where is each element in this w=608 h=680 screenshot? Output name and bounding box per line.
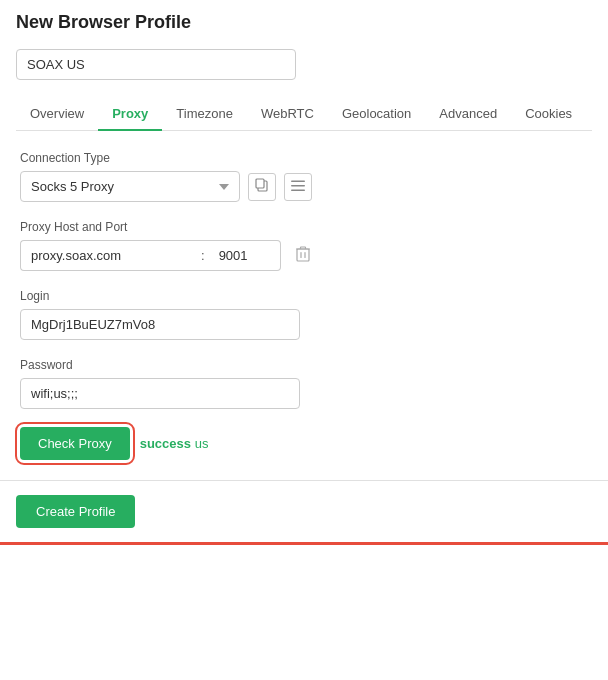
check-proxy-button[interactable]: Check Proxy xyxy=(20,427,130,460)
svg-rect-2 xyxy=(291,180,305,182)
connection-type-row: No Proxy HTTP Proxy HTTPS Proxy Socks 4 … xyxy=(20,171,588,202)
tab-timezone[interactable]: Timezone xyxy=(162,98,247,131)
list-icon-btn[interactable] xyxy=(284,173,312,201)
login-input[interactable] xyxy=(20,309,300,340)
password-label: Password xyxy=(20,358,588,372)
tab-overview[interactable]: Overview xyxy=(16,98,98,131)
page-title: New Browser Profile xyxy=(16,12,592,33)
svg-rect-3 xyxy=(291,185,305,187)
list-icon xyxy=(291,179,305,195)
tab-webrtc[interactable]: WebRTC xyxy=(247,98,328,131)
svg-rect-4 xyxy=(291,189,305,191)
tabs-bar: Overview Proxy Timezone WebRTC Geolocati… xyxy=(16,98,592,131)
paste-icon-btn[interactable] xyxy=(248,173,276,201)
host-port-group: Proxy Host and Port : xyxy=(20,220,588,271)
bottom-line xyxy=(0,542,608,545)
bottom-bar: Create Profile xyxy=(0,480,608,542)
connection-type-label: Connection Type xyxy=(20,151,588,165)
separator: : xyxy=(195,240,211,271)
delete-icon xyxy=(296,246,310,266)
status-text: success us xyxy=(140,436,209,451)
create-profile-button[interactable]: Create Profile xyxy=(16,495,135,528)
connection-type-group: Connection Type No Proxy HTTP Proxy HTTP… xyxy=(20,151,588,202)
host-port-row: : xyxy=(20,240,281,271)
login-label: Login xyxy=(20,289,588,303)
host-port-label: Proxy Host and Port xyxy=(20,220,588,234)
check-proxy-row: Check Proxy success us xyxy=(20,427,588,460)
proxy-form: Connection Type No Proxy HTTP Proxy HTTP… xyxy=(16,151,592,460)
proxy-host-input[interactable] xyxy=(20,240,195,271)
connection-type-select[interactable]: No Proxy HTTP Proxy HTTPS Proxy Socks 4 … xyxy=(20,171,240,202)
tab-advanced[interactable]: Advanced xyxy=(425,98,511,131)
password-group: Password xyxy=(20,358,588,409)
paste-icon xyxy=(255,178,269,195)
tab-cookies[interactable]: Cookies xyxy=(511,98,586,131)
proxy-port-input[interactable] xyxy=(211,240,281,271)
page-container: New Browser Profile Overview Proxy Timez… xyxy=(0,0,608,460)
svg-rect-5 xyxy=(297,249,309,261)
svg-rect-1 xyxy=(256,179,264,188)
delete-host-btn[interactable] xyxy=(289,242,317,270)
login-group: Login xyxy=(20,289,588,340)
status-location: us xyxy=(195,436,209,451)
tab-geolocation[interactable]: Geolocation xyxy=(328,98,425,131)
status-success: success xyxy=(140,436,191,451)
password-input[interactable] xyxy=(20,378,300,409)
tab-proxy[interactable]: Proxy xyxy=(98,98,162,131)
profile-name-input[interactable] xyxy=(16,49,296,80)
